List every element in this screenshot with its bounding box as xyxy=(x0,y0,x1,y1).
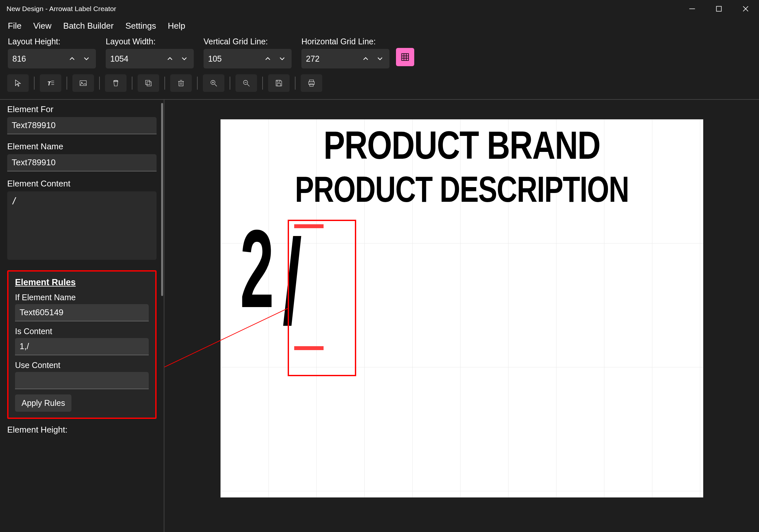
layout-height-input[interactable]: 816 xyxy=(8,49,96,68)
close-button[interactable] xyxy=(732,0,759,18)
text-tool[interactable]: T xyxy=(40,74,61,92)
zoom-in-icon xyxy=(209,79,218,87)
element-rules-box: Element Rules If Element Name Is Content… xyxy=(7,270,157,419)
apply-rules-button[interactable]: Apply Rules xyxy=(15,395,71,412)
menu-view[interactable]: View xyxy=(33,21,52,31)
menu-batch-builder[interactable]: Batch Builder xyxy=(63,21,114,31)
zoom-in-tool[interactable] xyxy=(203,74,224,92)
grid-toggle[interactable] xyxy=(396,48,414,66)
maximize-icon xyxy=(715,5,723,13)
element-rules-title: Element Rules xyxy=(15,278,149,287)
menu-settings[interactable]: Settings xyxy=(125,21,156,31)
selection-handle-bottom[interactable] xyxy=(294,346,324,350)
layout-width-up[interactable] xyxy=(163,51,177,67)
text-icon: T xyxy=(46,79,55,87)
toolbar-sep xyxy=(230,77,230,90)
canvas-qty-text[interactable]: 2 xyxy=(240,213,274,324)
hgrid-input[interactable]: 272 xyxy=(301,49,389,68)
toolbar-sep xyxy=(197,77,198,90)
cursor-tool[interactable] xyxy=(7,74,29,92)
save-tool[interactable] xyxy=(268,74,290,92)
vgrid-down[interactable] xyxy=(275,51,289,67)
app-window: New Design - Arrowat Label Creator File … xyxy=(0,0,759,532)
element-name-input[interactable] xyxy=(7,154,157,171)
trash-icon xyxy=(177,79,185,87)
toolbar-sep xyxy=(295,77,296,90)
svg-text:T: T xyxy=(47,80,51,87)
chevron-up-icon xyxy=(166,55,174,63)
element-content-input[interactable] xyxy=(7,191,157,260)
copy-tool[interactable] xyxy=(138,74,159,92)
hgrid-up[interactable] xyxy=(359,51,373,67)
svg-rect-13 xyxy=(80,81,86,85)
maximize-button[interactable] xyxy=(705,0,732,18)
chevron-up-icon xyxy=(263,55,272,63)
element-height-label: Element Height: xyxy=(7,425,157,435)
element-for-label: Element For xyxy=(7,104,157,114)
layout-width-group: Layout Width: 1054 xyxy=(106,37,194,68)
svg-rect-4 xyxy=(402,54,409,60)
window-title: New Design - Arrowat Label Creator xyxy=(7,5,116,13)
zoom-out-tool[interactable] xyxy=(235,74,257,92)
menu-file[interactable]: File xyxy=(8,21,21,31)
bucket-tool[interactable] xyxy=(105,74,127,92)
layout-height-label: Layout Height: xyxy=(8,37,96,46)
svg-rect-18 xyxy=(179,82,183,86)
svg-line-28 xyxy=(247,84,250,86)
canvas-brand-text[interactable]: PRODUCT BRAND xyxy=(264,123,660,168)
delete-tool[interactable] xyxy=(170,74,192,92)
titlebar: New Design - Arrowat Label Creator xyxy=(0,0,759,18)
copy-icon xyxy=(144,79,153,87)
vgrid-label: Vertical Grid Line: xyxy=(204,37,292,46)
layout-width-down[interactable] xyxy=(178,51,191,67)
properties-panel: Element For Element Name Element Content… xyxy=(0,100,164,532)
sidebar-scrollbar[interactable] xyxy=(161,103,163,522)
close-icon xyxy=(741,5,750,13)
use-content-input[interactable] xyxy=(15,372,149,389)
chevron-up-icon xyxy=(68,55,76,63)
layout-width-value: 1054 xyxy=(110,54,163,63)
svg-rect-33 xyxy=(308,82,314,85)
minimize-button[interactable] xyxy=(679,0,705,18)
if-element-name-input[interactable] xyxy=(15,304,149,322)
menu-help[interactable]: Help xyxy=(168,21,185,31)
vgrid-value: 105 xyxy=(208,54,261,63)
main-area: Element For Element Name Element Content… xyxy=(0,99,759,532)
chevron-down-icon xyxy=(376,55,384,63)
cursor-icon xyxy=(14,79,22,87)
image-icon xyxy=(79,79,87,87)
svg-line-24 xyxy=(215,84,217,86)
toolbar-sep xyxy=(99,77,100,90)
is-content-input[interactable] xyxy=(15,338,149,355)
print-tool[interactable] xyxy=(301,74,322,92)
chevron-down-icon xyxy=(278,55,286,63)
hgrid-value: 272 xyxy=(306,54,359,63)
canvas-area[interactable]: PRODUCT BRAND PRODUCT DESCRIPTION 2 / xyxy=(164,100,759,532)
toolbar-sep xyxy=(34,77,35,90)
svg-rect-1 xyxy=(716,6,721,11)
selection-handle-top[interactable] xyxy=(294,224,324,228)
element-content-label: Element Content xyxy=(7,179,157,189)
element-for-input[interactable] xyxy=(7,117,157,134)
layout-height-value: 816 xyxy=(12,54,65,63)
chevron-up-icon xyxy=(361,55,370,63)
layout-height-group: Layout Height: 816 xyxy=(8,37,96,68)
minimize-icon xyxy=(688,5,697,13)
layout-height-up[interactable] xyxy=(65,51,79,67)
sidebar-scrollbar-thumb[interactable] xyxy=(161,103,163,296)
selection-box[interactable] xyxy=(288,220,356,376)
grid-icon xyxy=(401,53,410,61)
layout-height-down[interactable] xyxy=(80,51,93,67)
label-canvas[interactable]: PRODUCT BRAND PRODUCT DESCRIPTION 2 / xyxy=(220,119,703,497)
bucket-icon xyxy=(111,79,120,87)
canvas-description-text[interactable]: PRODUCT DESCRIPTION xyxy=(273,168,650,210)
layout-width-input[interactable]: 1054 xyxy=(106,49,194,68)
vgrid-up[interactable] xyxy=(261,51,275,67)
image-tool[interactable] xyxy=(72,74,94,92)
rules-connector-line xyxy=(164,308,289,380)
hgrid-down[interactable] xyxy=(373,51,387,67)
vgrid-input[interactable]: 105 xyxy=(204,49,292,68)
svg-rect-32 xyxy=(309,80,314,82)
toolbar-sep xyxy=(132,77,133,90)
svg-rect-17 xyxy=(147,82,151,86)
